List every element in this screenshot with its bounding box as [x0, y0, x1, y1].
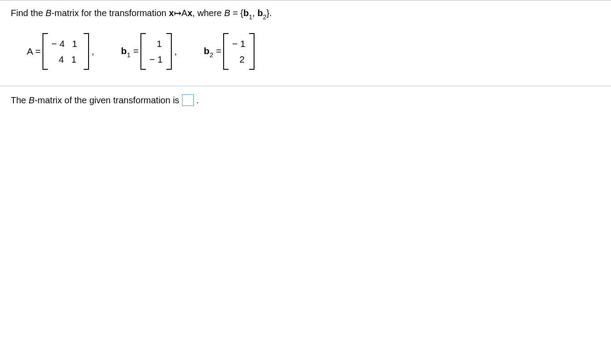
cell: − 1: [149, 53, 163, 66]
text: ,: [252, 8, 257, 18]
cell: 1: [68, 53, 79, 66]
comma: ,: [92, 46, 94, 57]
var-B: B: [46, 8, 51, 18]
arrow: ↦: [174, 8, 182, 18]
vec-x: x: [169, 8, 174, 18]
label-name: A: [27, 46, 33, 56]
matrix-A-body: − 4 1 4 1: [42, 33, 89, 70]
vector-b1-body: 1 − 1: [140, 33, 172, 70]
vector-b2: b2 = − 1 2: [204, 33, 255, 70]
text: -matrix for the transformation: [51, 8, 169, 18]
bracket-right-icon: [84, 33, 89, 70]
text: -matrix of the given transformation is: [34, 95, 179, 105]
label-sub: 2: [209, 51, 213, 59]
matrix-A: A = − 4 1 4 1 ,: [27, 33, 94, 70]
sub-2: 2: [263, 13, 267, 21]
var-B2: B: [224, 8, 230, 18]
text: , where: [192, 8, 224, 18]
answer-input[interactable]: [182, 94, 194, 106]
label-b: b: [121, 46, 127, 56]
matrices-row: A = − 4 1 4 1 ,: [27, 33, 600, 70]
label-b: b: [204, 46, 210, 56]
label-eq: =: [131, 46, 139, 56]
cell: 4: [51, 53, 64, 66]
sub-1: 1: [249, 13, 252, 21]
answer-text: The B-matrix of the given transformation…: [11, 95, 179, 106]
label-sub: 1: [127, 51, 130, 59]
label-eq: =: [213, 46, 221, 56]
vec-b2: b: [257, 8, 263, 18]
vector-b2-body: − 1 2: [223, 33, 255, 70]
vec-x2: x: [187, 8, 192, 18]
vec-b1: b: [243, 8, 249, 18]
comma: ,: [174, 46, 177, 57]
text: }.: [267, 8, 272, 18]
text: = {: [230, 8, 243, 18]
cell: − 1: [232, 37, 246, 50]
answer-line: The B-matrix of the given transformation…: [0, 86, 611, 106]
bracket-right-icon: [166, 33, 172, 70]
vector-b1: b1 = 1 − 1 ,: [121, 33, 177, 70]
question-text: Find the B-matrix for the transformation…: [11, 7, 600, 21]
var-B: B: [29, 95, 34, 105]
var-A: A: [182, 8, 187, 18]
vector-b1-label: b1 =: [121, 46, 139, 58]
cell: − 4: [51, 37, 65, 50]
bracket-left-icon: [140, 33, 146, 70]
text: The: [11, 95, 29, 105]
cell: 1: [149, 37, 162, 50]
label-eq: =: [33, 46, 41, 56]
matrix-A-label: A =: [27, 46, 41, 57]
cell: 2: [232, 53, 245, 66]
question-block: Find the B-matrix for the transformation…: [0, 0, 611, 86]
text: Find the: [11, 8, 46, 18]
period: .: [196, 95, 199, 106]
bracket-right-icon: [249, 33, 255, 70]
vector-b2-label: b2 =: [204, 46, 221, 58]
cell: 1: [69, 37, 80, 50]
bracket-left-icon: [223, 33, 229, 70]
bracket-left-icon: [42, 33, 48, 70]
